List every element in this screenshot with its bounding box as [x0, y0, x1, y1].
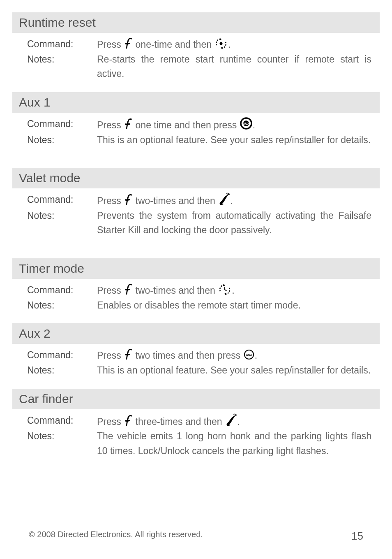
section-body: Command:Press two-times and then .Notes:… — [21, 279, 371, 323]
period: . — [253, 120, 255, 130]
section-body: Command:Press three-times and then .Note… — [21, 409, 371, 469]
command-value: Press two-times and then . — [97, 283, 371, 298]
command-value: Press one time and then press AUX. — [97, 117, 371, 133]
f-icon — [124, 285, 133, 296]
section-header: Timer mode — [12, 258, 380, 279]
command-prefix: Press — [97, 39, 121, 50]
command-value: Press two-times and then . — [97, 193, 371, 209]
notes-label: Notes: — [27, 52, 97, 81]
f-icon — [124, 195, 133, 206]
notes-value: Re-starts the remote start runtime count… — [97, 52, 371, 81]
f-icon — [124, 416, 133, 427]
notes-value: Enables or disables the remote start tim… — [97, 298, 371, 313]
command-label: Command: — [27, 37, 97, 52]
command-value: Press three-times and then . — [97, 413, 371, 429]
notes-row: Notes:This is an optional feature. See y… — [27, 133, 371, 148]
f-icon — [124, 39, 133, 50]
aux-circle-bold-icon: AUX — [240, 120, 253, 130]
section-header: Car finder — [12, 389, 380, 409]
section-body: Command:Press two-times and then .Notes:… — [21, 188, 371, 248]
section-body: Command:Press one-time and then .Notes:R… — [21, 33, 371, 92]
section: Timer modeCommand:Press two-times and th… — [21, 258, 371, 323]
section: Aux 2Command:Press two times and then pr… — [21, 323, 371, 388]
command-row: Command:Press three-times and then . — [27, 413, 371, 429]
command-label: Command: — [27, 348, 97, 363]
section-header: Valet mode — [12, 168, 380, 188]
section: Aux 1Command:Press one time and then pre… — [21, 92, 371, 158]
command-prefix: Press — [97, 350, 121, 361]
page-footer: © 2008 Directed Electronics. All rights … — [29, 530, 363, 543]
command-mid: one time and then press — [136, 120, 237, 130]
notes-row: Notes:This is an optional feature. See y… — [27, 363, 371, 378]
section: Valet modeCommand:Press two-times and th… — [21, 168, 371, 248]
aux-circle-icon: AUX — [243, 350, 255, 361]
section-body: Command:Press one time and then press AU… — [21, 113, 371, 158]
s-swoosh-icon — [225, 416, 237, 427]
notes-value: The vehicle emits 1 long horn honk and t… — [97, 429, 371, 458]
command-prefix: Press — [97, 285, 121, 296]
command-label: Command: — [27, 283, 97, 298]
section: Runtime resetCommand:Press one-time and … — [21, 12, 371, 92]
notes-label: Notes: — [27, 298, 97, 313]
svg-point-0 — [220, 42, 223, 45]
command-mid: two-times and then — [136, 195, 215, 206]
command-row: Command:Press one-time and then . — [27, 37, 371, 52]
notes-row: Notes:The vehicle emits 1 long horn honk… — [27, 429, 371, 458]
section-header: Aux 1 — [12, 92, 380, 113]
command-label: Command: — [27, 117, 97, 133]
notes-label: Notes: — [27, 133, 97, 148]
command-row: Command:Press two-times and then . — [27, 193, 371, 209]
command-value: Press one-time and then . — [97, 37, 371, 52]
notes-row: Notes:Prevents the system from automatic… — [27, 209, 371, 238]
command-label: Command: — [27, 413, 97, 429]
s-swoosh-icon — [218, 195, 230, 206]
command-mid: two-times and then — [136, 285, 215, 296]
page-content: Runtime resetCommand:Press one-time and … — [21, 12, 371, 469]
period: . — [230, 195, 233, 206]
period: . — [237, 416, 240, 427]
section: Car finderCommand:Press three-times and … — [21, 389, 371, 469]
notes-value: This is an optional feature. See your sa… — [97, 133, 371, 148]
f-icon — [124, 120, 133, 130]
command-prefix: Press — [97, 120, 121, 130]
period: . — [232, 285, 234, 296]
rotate-clock-icon — [218, 285, 232, 296]
command-mid: two times and then press — [136, 350, 241, 361]
period: . — [255, 350, 257, 361]
command-prefix: Press — [97, 416, 121, 427]
section-body: Command:Press two times and then press A… — [21, 344, 371, 388]
notes-label: Notes: — [27, 429, 97, 458]
copyright-text: © 2008 Directed Electronics. All rights … — [29, 530, 203, 543]
section-gap — [21, 158, 371, 168]
notes-value: Prevents the system from automatically a… — [97, 209, 371, 238]
svg-text:AUX: AUX — [243, 122, 249, 125]
command-value: Press two times and then press AUX. — [97, 348, 371, 363]
section-header: Runtime reset — [12, 12, 380, 33]
command-row: Command:Press two-times and then . — [27, 283, 371, 298]
section-header: Aux 2 — [12, 323, 380, 344]
command-row: Command:Press two times and then press A… — [27, 348, 371, 363]
command-mid: one-time and then — [136, 39, 212, 50]
rotate-dot-icon — [214, 39, 228, 50]
command-label: Command: — [27, 193, 97, 209]
f-icon — [124, 350, 133, 361]
period: . — [228, 39, 231, 50]
notes-row: Notes:Enables or disables the remote sta… — [27, 298, 371, 313]
notes-label: Notes: — [27, 363, 97, 378]
command-row: Command:Press one time and then press AU… — [27, 117, 371, 133]
command-mid: three-times and then — [136, 416, 222, 427]
page-number: 15 — [351, 530, 363, 543]
command-prefix: Press — [97, 195, 121, 206]
notes-row: Notes:Re-starts the remote start runtime… — [27, 52, 371, 81]
notes-label: Notes: — [27, 209, 97, 238]
svg-text:AUX: AUX — [246, 353, 252, 356]
section-gap — [21, 248, 371, 258]
notes-value: This is an optional feature. See your sa… — [97, 363, 371, 378]
